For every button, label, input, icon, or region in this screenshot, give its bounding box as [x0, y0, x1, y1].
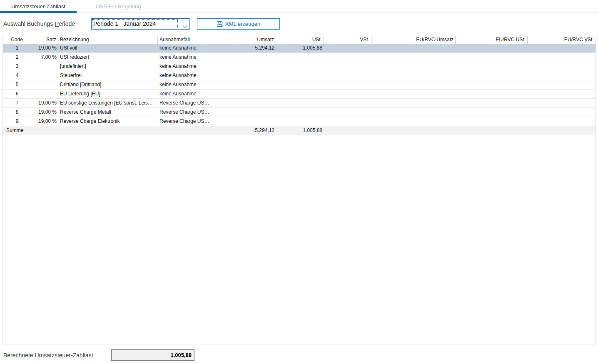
calculated-vat-value: 1.005,88: [111, 349, 194, 361]
table-cell: 5: [3, 80, 31, 89]
column-header-eu-rvc-vst[interactable]: EU/RVC VSt.: [528, 36, 596, 44]
column-header-bezeichnung[interactable]: Bezeichnung: [58, 36, 158, 44]
table-cell: [276, 108, 324, 117]
table-cell: [276, 99, 324, 107]
table-cell: 2: [3, 53, 31, 62]
table-row-9[interactable]: 9 19,00 % Reverse Charge Elektronik Reve…: [3, 117, 596, 126]
table-cell: EU sonstige Leistungen [EU sonst. Leis…: [58, 99, 158, 107]
table-cell: [324, 99, 371, 107]
table-cell: [211, 62, 276, 71]
table-cell: [324, 53, 371, 62]
tab-oss-eu-regelung[interactable]: OSS EU-Regelung: [77, 2, 160, 11]
table-cell: [31, 90, 58, 98]
table-cell: Reverse Charge US…: [158, 117, 211, 126]
table-cell: [211, 108, 276, 117]
active-tab-indicator: [0, 11, 77, 13]
table-cell: keine Ausnahme: [158, 80, 211, 89]
column-header-code[interactable]: Code: [3, 36, 31, 44]
vat-table: Code Satz Bezeichnung Ausnahmefall Umsat…: [2, 36, 596, 344]
period-dropdown[interactable]: Periode 1 - Januar 2024: [91, 18, 190, 30]
table-cell: 7,00 %: [31, 53, 58, 62]
table-cell: [456, 108, 528, 117]
table-cell: [324, 71, 371, 80]
table-row-7[interactable]: 7 19,00 % EU sonstige Leistungen [EU son…: [3, 99, 596, 108]
table-cell: [324, 80, 371, 89]
table-cell: [211, 80, 276, 89]
table-cell: [31, 71, 58, 80]
table-cell: [371, 99, 456, 107]
table-cell: 19,00 %: [31, 108, 58, 117]
table-cell: Reverse Charge Elektronik: [58, 117, 158, 126]
period-dropdown-value: Periode 1 - Januar 2024: [93, 20, 156, 28]
table-cell: 19,00 %: [31, 44, 58, 52]
summe-vst: [324, 126, 371, 135]
table-header-row: Code Satz Bezeichnung Ausnahmefall Umsat…: [3, 36, 596, 44]
table-cell: 1.005,88: [276, 44, 324, 52]
period-label-mnemonic: P: [55, 20, 59, 27]
summe-eu-rvc-ust: [456, 126, 528, 135]
xml-erzeugen-button[interactable]: XML erzeugen: [197, 18, 280, 30]
table-cell: USt voll: [58, 44, 158, 52]
table-cell: [371, 71, 456, 80]
table-cell: [276, 80, 324, 89]
tab-umsatzsteuer-zahllast[interactable]: Umsatzsteuer-Zahllast: [0, 2, 77, 11]
table-cell: Reverse Charge US…: [158, 108, 211, 117]
table-cell: [456, 80, 528, 89]
table-row-8[interactable]: 8 19,00 % Reverse Charge Metall Reverse …: [3, 108, 596, 117]
table-cell: [371, 80, 456, 89]
table-cell: [31, 62, 58, 71]
table-cell: keine Ausnahme: [158, 53, 211, 62]
summe-ust: 1.005,88: [276, 126, 324, 135]
table-row-3[interactable]: 3 [undefiniert] keine Ausnahme: [3, 62, 596, 71]
chevron-down-icon[interactable]: [182, 22, 187, 30]
table-cell: 9: [3, 117, 31, 126]
column-header-eu-rvc-ust[interactable]: EU/RVC USt.: [456, 36, 528, 44]
calculated-vat-label: Berechnete Umsatzsteuer-Zahllast: [3, 352, 93, 359]
column-header-ausnahmefall[interactable]: Ausnahmefall: [158, 36, 211, 44]
table-cell: [456, 71, 528, 80]
table-cell: keine Ausnahme: [158, 71, 211, 80]
table-row-1[interactable]: 1 19,00 % USt voll keine Ausnahme 5.294,…: [3, 44, 596, 53]
table-cell: keine Ausnahme: [158, 90, 211, 98]
column-header-satz[interactable]: Satz: [31, 36, 58, 44]
xml-button-label: XML erzeugen: [225, 21, 260, 27]
table-row-6[interactable]: 6 EU Lieferung [EU] keine Ausnahme: [3, 90, 596, 99]
table-cell: [456, 117, 528, 126]
table-cell: [371, 62, 456, 71]
table-cell: [371, 53, 456, 62]
table-cell: [276, 90, 324, 98]
summe-umsatz: 5.294,12: [211, 126, 276, 135]
table-cell: [456, 62, 528, 71]
table-cell: [456, 90, 528, 98]
table-cell: 8: [3, 108, 31, 117]
table-cell: [324, 117, 371, 126]
period-label-suffix: eriode: [59, 20, 75, 27]
table-cell: [371, 90, 456, 98]
table-cell: [276, 117, 324, 126]
period-select-label: Auswahl Buchungs-Periode: [3, 20, 75, 27]
period-label-prefix: Auswahl Buchungs-: [3, 20, 55, 27]
table-cell: [211, 71, 276, 80]
column-header-umsatz[interactable]: Umsatz: [211, 36, 276, 44]
column-header-eu-rvc-umsatz[interactable]: EU/RVC-Umsatz: [371, 36, 456, 44]
table-cell: [211, 53, 276, 62]
table-row-5[interactable]: 5 Drittland [Drittland] keine Ausnahme: [3, 80, 596, 90]
table-cell: 1: [3, 44, 31, 52]
column-header-vst[interactable]: VSt.: [324, 36, 371, 44]
table-cell: keine Ausnahme: [158, 44, 211, 52]
table-cell: keine Ausnahme: [158, 62, 211, 71]
table-cell: 4: [3, 71, 31, 80]
table-cell: Steuerfrei: [58, 71, 158, 80]
table-cell: Drittland [Drittland]: [58, 80, 158, 89]
column-header-ust[interactable]: USt.: [276, 36, 324, 44]
table-cell: 5.294,12: [211, 44, 276, 52]
table-cell: [371, 108, 456, 117]
table-cell: [276, 53, 324, 62]
table-cell: [528, 108, 596, 117]
table-cell: [31, 80, 58, 89]
table-cell: [528, 62, 596, 71]
table-cell: [324, 62, 371, 71]
table-row-4[interactable]: 4 Steuerfrei keine Ausnahme: [3, 71, 596, 80]
table-cell: [528, 71, 596, 80]
table-row-2[interactable]: 2 7,00 % USt reduziert keine Ausnahme: [3, 53, 596, 62]
